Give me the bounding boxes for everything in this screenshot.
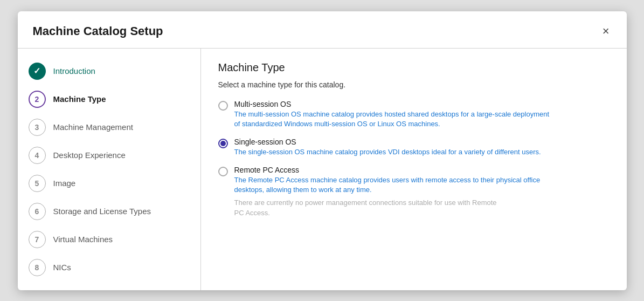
option-disabled-note: There are currently no power management … [234, 198, 504, 217]
option-description: The single-session OS machine catalog pr… [234, 147, 541, 157]
sidebar-item-label: NICs [53, 263, 71, 272]
step-number: 4 [29, 147, 46, 164]
option-description: The multi-session OS machine catalog pro… [234, 110, 552, 129]
step-number: 3 [29, 119, 46, 136]
sidebar-item-machine-type[interactable]: 2Machine Type [18, 85, 200, 113]
sidebar-item-label: Image [53, 179, 76, 188]
radio-inner-dot [220, 141, 226, 146]
sidebar-item-label: Introduction [53, 66, 95, 76]
option-text-group: Remote PC AccessThe Remote PC Access mac… [234, 166, 552, 218]
step-number: 2 [29, 91, 46, 108]
sidebar-item-label: Machine Management [53, 122, 133, 132]
section-title: Machine Type [218, 61, 610, 74]
sidebar-item-image[interactable]: 5Image [18, 169, 200, 197]
machine-type-option-1[interactable]: Multi-session OSThe multi-session OS mac… [218, 100, 610, 129]
sidebar-item-label: Desktop Experience [53, 150, 126, 160]
sidebar-item-storage-and-license-types[interactable]: 6Storage and License Types [18, 197, 200, 225]
step-number: 5 [29, 175, 46, 192]
step-number: 8 [29, 259, 46, 276]
main-content: Machine Type Select a machine type for t… [201, 49, 627, 290]
radio-button[interactable] [218, 167, 228, 176]
option-text-group: Single-session OSThe single-session OS m… [234, 138, 541, 157]
check-icon: ✓ [33, 66, 40, 76]
option-label: Multi-session OS [234, 100, 552, 108]
step-number: 7 [29, 231, 46, 248]
sidebar-item-introduction[interactable]: ✓Introduction [18, 57, 200, 85]
sidebar-item-nics[interactable]: 8NICs [18, 254, 200, 282]
machine-type-options: Multi-session OSThe multi-session OS mac… [218, 100, 610, 218]
sidebar-item-virtual-machines[interactable]: 7Virtual Machines [18, 225, 200, 254]
sidebar: ✓Introduction2Machine Type3Machine Manag… [18, 49, 201, 290]
option-text-group: Multi-session OSThe multi-session OS mac… [234, 100, 552, 129]
dialog-title: Machine Catalog Setup [33, 24, 163, 38]
option-description: The Remote PC Access machine catalog pro… [234, 175, 552, 195]
sidebar-item-label: Storage and License Types [53, 207, 151, 216]
section-subtitle: Select a machine type for this catalog. [218, 80, 610, 89]
step-number: 6 [29, 203, 46, 220]
close-button[interactable]: × [600, 23, 612, 39]
machine-catalog-dialog: Machine Catalog Setup × ✓Introduction2Ma… [18, 11, 627, 290]
dialog-header: Machine Catalog Setup × [18, 11, 627, 48]
sidebar-item-label: Machine Type [53, 94, 106, 104]
dialog-body: ✓Introduction2Machine Type3Machine Manag… [18, 49, 627, 290]
sidebar-item-label: Virtual Machines [53, 235, 113, 244]
radio-button[interactable] [218, 101, 228, 111]
sidebar-item-desktop-experience[interactable]: 4Desktop Experience [18, 141, 200, 169]
sidebar-item-machine-management[interactable]: 3Machine Management [18, 113, 200, 141]
machine-type-option-2[interactable]: Single-session OSThe single-session OS m… [218, 138, 610, 157]
radio-button[interactable] [218, 139, 228, 148]
option-label: Single-session OS [234, 138, 541, 146]
option-label: Remote PC Access [234, 166, 552, 174]
machine-type-option-3[interactable]: Remote PC AccessThe Remote PC Access mac… [218, 166, 610, 218]
